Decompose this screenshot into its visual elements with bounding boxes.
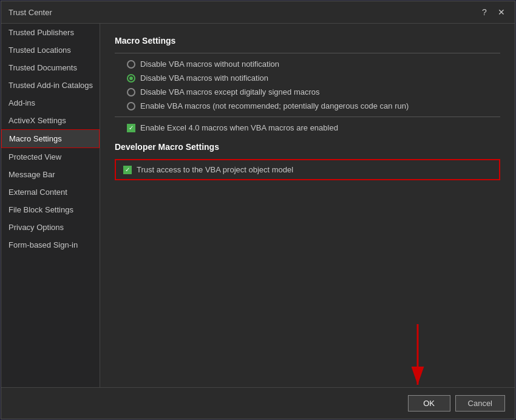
dialog-title: Trust Center [8,8,52,17]
excel-macro-checkbox[interactable] [127,124,135,132]
excel-macro-label: Enable Excel 4.0 macros when VBA macros … [140,123,338,132]
sidebar-item-form-based-sign-in[interactable]: Form-based Sign-in [1,236,100,254]
sidebar-item-file-block-settings[interactable]: File Block Settings [1,201,100,218]
bottom-divider [115,117,500,117]
sidebar-item-external-content[interactable]: External Content [1,183,100,201]
radio-label-enable-vba: Enable VBA macros (not recommended; pote… [140,101,409,110]
radio-circle-enable-vba [127,102,135,110]
title-bar-controls: ? ✕ [478,6,508,18]
sidebar-item-privacy-options[interactable]: Privacy Options [1,218,100,236]
radio-circle-disable-notify [127,74,135,83]
developer-section: Developer Macro Settings Trust access to… [115,142,500,180]
radio-disable-except-signed[interactable]: Disable VBA macros except digitally sign… [127,87,500,97]
help-button[interactable]: ? [478,6,491,18]
title-bar: Trust Center ? ✕ [1,1,515,24]
vba-trust-checkbox[interactable] [123,166,132,174]
section-title: Macro Settings [115,36,500,46]
radio-label-disable-notify: Disable VBA macros with notification [140,73,268,83]
cancel-button[interactable]: Cancel [455,395,505,412]
radio-circle-disable-except-signed [127,88,135,97]
sidebar: Trusted PublishersTrusted LocationsTrust… [1,24,100,387]
dialog-footer: OK Cancel [1,387,515,419]
developer-section-title: Developer Macro Settings [115,142,500,152]
sidebar-item-add-ins[interactable]: Add-ins [1,94,100,112]
radio-label-disable-no-notify: Disable VBA macros without notification [140,59,279,69]
excel-macro-row[interactable]: Enable Excel 4.0 macros when VBA macros … [127,123,500,132]
sidebar-item-trusted-publishers[interactable]: Trusted Publishers [1,24,100,41]
radio-label-disable-except-signed: Disable VBA macros except digitally sign… [140,87,320,97]
sidebar-item-activex-settings[interactable]: ActiveX Settings [1,112,100,129]
main-content: Macro Settings Disable VBA macros withou… [100,24,515,387]
dialog-body: Trusted PublishersTrusted LocationsTrust… [1,24,515,387]
sidebar-item-trusted-add-in-catalogs[interactable]: Trusted Add-in Catalogs [1,76,100,94]
sidebar-item-message-bar[interactable]: Message Bar [1,166,100,183]
developer-box: Trust access to the VBA project object m… [115,159,500,180]
radio-disable-no-notify[interactable]: Disable VBA macros without notification [127,59,500,69]
radio-group: Disable VBA macros without notificationD… [127,59,500,110]
close-button[interactable]: ✕ [495,6,508,18]
radio-disable-notify[interactable]: Disable VBA macros with notification [127,73,500,83]
radio-enable-vba[interactable]: Enable VBA macros (not recommended; pote… [127,101,500,110]
vba-trust-label: Trust access to the VBA project object m… [137,165,293,174]
radio-circle-disable-no-notify [127,60,135,69]
trust-center-dialog: Trust Center ? ✕ Trusted PublishersTrust… [1,1,515,419]
sidebar-item-trusted-documents[interactable]: Trusted Documents [1,59,100,76]
sidebar-item-macro-settings[interactable]: Macro Settings [1,129,100,148]
top-divider [115,53,500,53]
sidebar-item-protected-view[interactable]: Protected View [1,148,100,166]
sidebar-item-trusted-locations[interactable]: Trusted Locations [1,41,100,59]
ok-button[interactable]: OK [408,395,450,412]
